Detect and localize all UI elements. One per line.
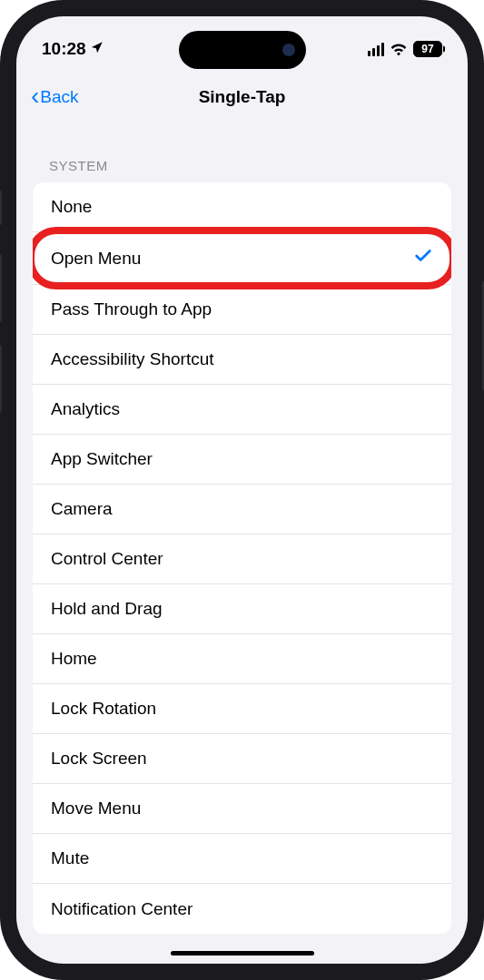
- side-button: [0, 191, 2, 225]
- camera-icon: [282, 44, 295, 56]
- option-label: Analytics: [51, 399, 120, 419]
- option-label: Mute: [51, 848, 89, 868]
- option-label: Lock Screen: [51, 749, 147, 769]
- option-row[interactable]: Lock Rotation: [33, 684, 451, 734]
- option-row[interactable]: Notification Center: [33, 884, 451, 934]
- page-title: Single-Tap: [16, 87, 468, 107]
- option-row[interactable]: Mute: [33, 834, 451, 884]
- option-row[interactable]: Open Menu: [33, 232, 451, 285]
- side-button: [0, 345, 2, 413]
- option-label: Hold and Drag: [51, 599, 163, 619]
- option-row[interactable]: Analytics: [33, 385, 451, 435]
- option-label: Home: [51, 649, 97, 669]
- option-label: None: [51, 197, 92, 217]
- phone-frame: 10:28 97 ‹ Back S: [0, 0, 484, 980]
- nav-bar: ‹ Back Single-Tap: [16, 71, 468, 123]
- option-row[interactable]: Camera: [33, 485, 451, 534]
- option-row[interactable]: Lock Screen: [33, 734, 451, 784]
- home-indicator[interactable]: [171, 951, 314, 956]
- location-icon: [90, 39, 104, 59]
- option-label: Camera: [51, 499, 113, 519]
- option-row[interactable]: Pass Through to App: [33, 285, 451, 335]
- section-header: SYSTEM: [16, 123, 468, 182]
- back-label: Back: [40, 87, 78, 107]
- option-label: Notification Center: [51, 899, 193, 919]
- option-label: App Switcher: [51, 449, 153, 469]
- option-row[interactable]: None: [33, 182, 451, 232]
- option-row[interactable]: Control Center: [33, 534, 451, 584]
- option-row[interactable]: Home: [33, 634, 451, 684]
- dynamic-island: [179, 31, 306, 69]
- checkmark-icon: [413, 246, 433, 270]
- option-row[interactable]: Accessibility Shortcut: [33, 335, 451, 385]
- option-row[interactable]: App Switcher: [33, 435, 451, 485]
- option-row[interactable]: Hold and Drag: [33, 584, 451, 634]
- back-button[interactable]: ‹ Back: [31, 86, 79, 109]
- cellular-icon: [368, 43, 385, 56]
- option-label: Lock Rotation: [51, 699, 156, 719]
- chevron-left-icon: ‹: [31, 83, 39, 109]
- status-time: 10:28: [42, 39, 86, 59]
- content-area[interactable]: SYSTEM NoneOpen MenuPass Through to AppA…: [16, 123, 468, 964]
- option-label: Control Center: [51, 549, 163, 569]
- option-label: Accessibility Shortcut: [51, 349, 214, 369]
- option-label: Move Menu: [51, 799, 141, 818]
- side-button: [0, 254, 2, 322]
- option-row[interactable]: Move Menu: [33, 784, 451, 834]
- option-label: Open Menu: [51, 249, 141, 269]
- wifi-icon: [390, 42, 408, 56]
- option-label: Pass Through to App: [51, 299, 212, 319]
- battery-icon: 97: [413, 41, 442, 57]
- options-list: NoneOpen MenuPass Through to AppAccessib…: [33, 182, 451, 934]
